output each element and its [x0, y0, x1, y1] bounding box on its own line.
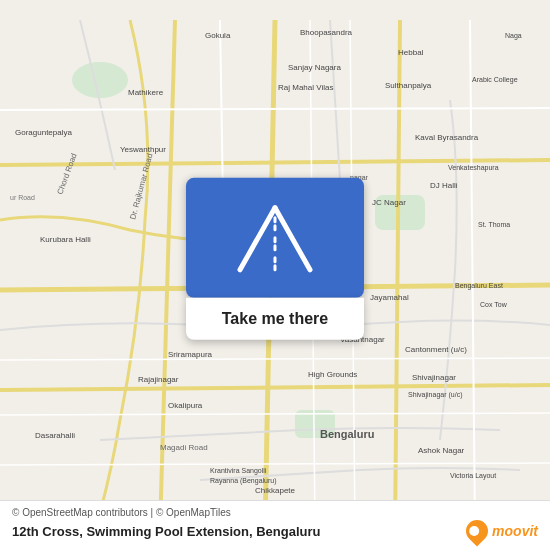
svg-text:St. Thoma: St. Thoma [478, 221, 510, 228]
svg-text:Cox Tow: Cox Tow [480, 301, 508, 308]
svg-text:Bengaluru East: Bengaluru East [455, 282, 503, 290]
svg-line-58 [240, 208, 275, 270]
moovit-logo: moovit [466, 520, 538, 542]
svg-text:Jayamahal: Jayamahal [370, 293, 409, 302]
svg-text:Bhoopasandra: Bhoopasandra [300, 28, 353, 37]
svg-text:Arabic College: Arabic College [472, 76, 518, 84]
bottom-bar: © OpenStreetMap contributors | © OpenMap… [0, 500, 550, 550]
svg-text:Gokula: Gokula [205, 31, 231, 40]
svg-line-59 [275, 208, 310, 270]
svg-text:Sriramapura: Sriramapura [168, 350, 213, 359]
map-container: Chord Road Dr. Rajkumar Road Magadi Road… [0, 0, 550, 550]
svg-text:Rajajinagar: Rajajinagar [138, 375, 179, 384]
svg-line-13 [0, 413, 550, 415]
svg-text:Magadi Road: Magadi Road [160, 443, 208, 452]
svg-text:Dasarahalli: Dasarahalli [35, 431, 75, 440]
location-name: 12th Cross, Swimming Pool Extension, Ben… [12, 524, 320, 539]
svg-text:Shivajinagar (u/c): Shivajinagar (u/c) [408, 391, 462, 399]
card-overlay: Take me there [186, 178, 364, 340]
svg-text:Goraguntepalya: Goraguntepalya [15, 128, 72, 137]
svg-line-14 [0, 463, 550, 465]
svg-text:High Grounds: High Grounds [308, 370, 357, 379]
svg-line-5 [395, 20, 400, 530]
svg-text:Ashok Nagar: Ashok Nagar [418, 446, 465, 455]
svg-text:Sanjay Nagara: Sanjay Nagara [288, 63, 341, 72]
svg-line-11 [470, 20, 475, 530]
svg-text:Cantonment (u/c): Cantonment (u/c) [405, 345, 467, 354]
svg-text:Raj Mahal Vilas: Raj Mahal Vilas [278, 83, 333, 92]
svg-text:Mathikere: Mathikere [128, 88, 164, 97]
road-icon [230, 198, 320, 278]
svg-text:Victoria Layout: Victoria Layout [450, 472, 496, 480]
svg-text:Rayanna (Bengaluru): Rayanna (Bengaluru) [210, 477, 277, 485]
svg-text:Chikkapete: Chikkapete [255, 486, 296, 495]
svg-text:Yeswanthpur: Yeswanthpur [120, 145, 166, 154]
svg-line-12 [0, 358, 550, 360]
moovit-brand-name: moovit [492, 523, 538, 539]
attribution-text: © OpenStreetMap contributors | © OpenMap… [12, 507, 538, 518]
svg-text:Hebbal: Hebbal [398, 48, 424, 57]
moovit-icon [462, 515, 493, 546]
svg-point-0 [72, 62, 128, 98]
svg-text:Naga: Naga [505, 32, 522, 40]
svg-text:Bengaluru: Bengaluru [320, 428, 374, 440]
svg-text:Kurubara Halli: Kurubara Halli [40, 235, 91, 244]
svg-line-8 [0, 385, 550, 390]
svg-text:DJ Halli: DJ Halli [430, 181, 458, 190]
take-me-there-button[interactable]: Take me there [186, 298, 364, 340]
svg-text:Venkateshapura: Venkateshapura [448, 164, 499, 172]
road-icon-box [186, 178, 364, 298]
svg-text:JC Nagar: JC Nagar [372, 198, 406, 207]
svg-line-9 [0, 108, 550, 110]
svg-text:ur Road: ur Road [10, 194, 35, 201]
svg-text:Sulthanpalya: Sulthanpalya [385, 81, 432, 90]
svg-text:Chord Road: Chord Road [55, 152, 78, 196]
svg-text:Shivajinagar: Shivajinagar [412, 373, 456, 382]
svg-text:Krantivira Sangolli: Krantivira Sangolli [210, 467, 267, 475]
svg-text:Kaval Byrasandra: Kaval Byrasandra [415, 133, 479, 142]
svg-text:Okalipura: Okalipura [168, 401, 203, 410]
